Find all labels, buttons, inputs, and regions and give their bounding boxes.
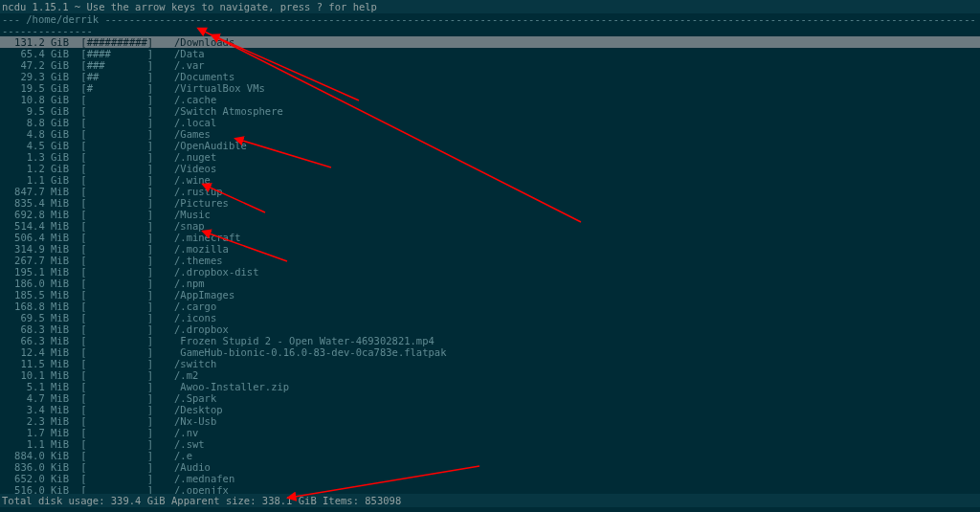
list-item[interactable]: 19.5 GiB [# ]/VirtualBox VMs [0, 82, 980, 94]
item-size: 1.1 GiB [2, 174, 69, 186]
list-item[interactable]: 2.3 MiB [ ]/Nx-Usb [0, 415, 980, 427]
size-bar: [#### ] [69, 48, 170, 59]
item-size: 29.3 GiB [2, 71, 69, 82]
item-size: 884.0 KiB [2, 450, 69, 461]
item-size: 66.3 MiB [2, 335, 69, 346]
list-item[interactable]: 847.7 MiB [ ]/.rustup [0, 186, 980, 197]
list-item[interactable]: 884.0 KiB [ ]/.e [0, 450, 980, 461]
list-item[interactable]: 692.8 MiB [ ]/Music [0, 209, 980, 220]
item-name: /.Spark [170, 392, 978, 404]
item-size: 185.5 MiB [2, 289, 69, 301]
item-name: /Documents [170, 71, 978, 82]
size-bar: [ ] [69, 255, 170, 266]
item-size: 506.4 MiB [2, 232, 69, 243]
size-bar: [ ] [69, 278, 170, 289]
item-name: /OpenAudible [170, 140, 978, 151]
size-bar: [ ] [69, 461, 170, 473]
item-name: /.dropbox-dist [170, 266, 978, 278]
item-name: /Desktop [170, 404, 978, 415]
item-size: 131.2 GiB [2, 36, 69, 48]
list-item[interactable]: 10.1 MiB [ ]/.m2 [0, 369, 980, 381]
item-name: /.nuget [170, 151, 978, 163]
item-name: /switch [170, 358, 978, 369]
size-bar: [ ] [69, 381, 170, 392]
list-item[interactable]: 267.7 MiB [ ]/.themes [0, 255, 980, 266]
item-size: 314.9 MiB [2, 243, 69, 255]
item-name: /Audio [170, 461, 978, 473]
list-item[interactable]: 5.1 MiB [ ] Awoo-Installer.zip [0, 381, 980, 392]
directory-listing[interactable]: 131.2 GiB [##########]/Downloads65.4 GiB… [0, 36, 980, 496]
item-name: /Pictures [170, 197, 978, 209]
list-item[interactable]: 1.3 GiB [ ]/.nuget [0, 151, 980, 163]
item-size: 1.1 MiB [2, 438, 69, 450]
list-item[interactable]: 69.5 MiB [ ]/.icons [0, 312, 980, 323]
item-size: 12.4 MiB [2, 346, 69, 358]
list-item[interactable]: 186.0 MiB [ ]/.npm [0, 278, 980, 289]
list-item[interactable]: 168.8 MiB [ ]/.cargo [0, 301, 980, 312]
list-item[interactable]: 9.5 GiB [ ]/Switch Atmosphere [0, 105, 980, 117]
list-item[interactable]: 835.4 MiB [ ]/Pictures [0, 197, 980, 209]
item-size: 19.5 GiB [2, 82, 69, 94]
list-item[interactable]: 4.8 GiB [ ]/Games [0, 128, 980, 140]
list-item[interactable]: 12.4 MiB [ ] GameHub-bionic-0.16.0-83-de… [0, 346, 980, 358]
status-footer: Total disk usage: 339.4 GiB Apparent siz… [0, 494, 980, 507]
size-bar: [ ] [69, 197, 170, 209]
item-name: /.mozilla [170, 243, 978, 255]
item-name: /.mednafen [170, 473, 978, 484]
list-item[interactable]: 8.8 GiB [ ]/.local [0, 117, 980, 128]
item-name: Frozen Stupid 2 - Open Water-469302821.m… [170, 335, 978, 346]
item-size: 11.5 MiB [2, 358, 69, 369]
size-bar: [ ] [69, 174, 170, 186]
size-bar: [ ] [69, 473, 170, 484]
item-size: 65.4 GiB [2, 48, 69, 59]
item-name: /.var [170, 59, 978, 71]
size-bar: [ ] [69, 289, 170, 301]
list-item[interactable]: 836.0 KiB [ ]/Audio [0, 461, 980, 473]
list-item[interactable]: 66.3 MiB [ ] Frozen Stupid 2 - Open Wate… [0, 335, 980, 346]
list-item[interactable]: 3.4 MiB [ ]/Desktop [0, 404, 980, 415]
item-name: /.local [170, 117, 978, 128]
list-item[interactable]: 1.1 GiB [ ]/.wine [0, 174, 980, 186]
current-path: /home/derrik [26, 13, 99, 25]
list-item[interactable]: 11.5 MiB [ ]/switch [0, 358, 980, 369]
item-size: 10.8 GiB [2, 94, 69, 105]
size-bar: [ ] [69, 209, 170, 220]
list-item[interactable]: 10.8 GiB [ ]/.cache [0, 94, 980, 105]
list-item[interactable]: 652.0 KiB [ ]/.mednafen [0, 473, 980, 484]
size-bar: [ ] [69, 450, 170, 461]
list-item[interactable]: 1.1 MiB [ ]/.swt [0, 438, 980, 450]
item-size: 4.5 GiB [2, 140, 69, 151]
item-name: /.swt [170, 438, 978, 450]
list-item[interactable]: 47.2 GiB [### ]/.var [0, 59, 980, 71]
list-item[interactable]: 4.7 MiB [ ]/.Spark [0, 392, 980, 404]
size-bar: [ ] [69, 438, 170, 450]
list-item[interactable]: 514.4 MiB [ ]/snap [0, 220, 980, 232]
list-item[interactable]: 4.5 GiB [ ]/OpenAudible [0, 140, 980, 151]
list-item[interactable]: 68.3 MiB [ ]/.dropbox [0, 323, 980, 335]
list-item[interactable]: 185.5 MiB [ ]/AppImages [0, 289, 980, 301]
list-item[interactable]: 195.1 MiB [ ]/.dropbox-dist [0, 266, 980, 278]
size-bar: [ ] [69, 427, 170, 438]
item-name: /VirtualBox VMs [170, 82, 978, 94]
list-item[interactable]: 314.9 MiB [ ]/.mozilla [0, 243, 980, 255]
size-bar: [ ] [69, 151, 170, 163]
list-item[interactable]: 1.2 GiB [ ]/Videos [0, 163, 980, 174]
list-item[interactable]: 131.2 GiB [##########]/Downloads [0, 36, 980, 48]
size-bar: [ ] [69, 220, 170, 232]
item-size: 652.0 KiB [2, 473, 69, 484]
list-item[interactable]: 65.4 GiB [#### ]/Data [0, 48, 980, 59]
status-text: Total disk usage: 339.4 GiB Apparent siz… [2, 495, 401, 506]
size-bar: [ ] [69, 358, 170, 369]
size-bar: [## ] [69, 71, 170, 82]
list-item[interactable]: 29.3 GiB [## ]/Documents [0, 71, 980, 82]
item-size: 10.1 MiB [2, 369, 69, 381]
list-item[interactable]: 506.4 MiB [ ]/.minecraft [0, 232, 980, 243]
list-item[interactable]: 1.7 MiB [ ]/.nv [0, 427, 980, 438]
item-name: /Nx-Usb [170, 415, 978, 427]
size-bar: [ ] [69, 163, 170, 174]
size-bar: [ ] [69, 335, 170, 346]
item-name: /AppImages [170, 289, 978, 301]
size-bar: [ ] [69, 312, 170, 323]
item-name: /Music [170, 209, 978, 220]
item-size: 9.5 GiB [2, 105, 69, 117]
